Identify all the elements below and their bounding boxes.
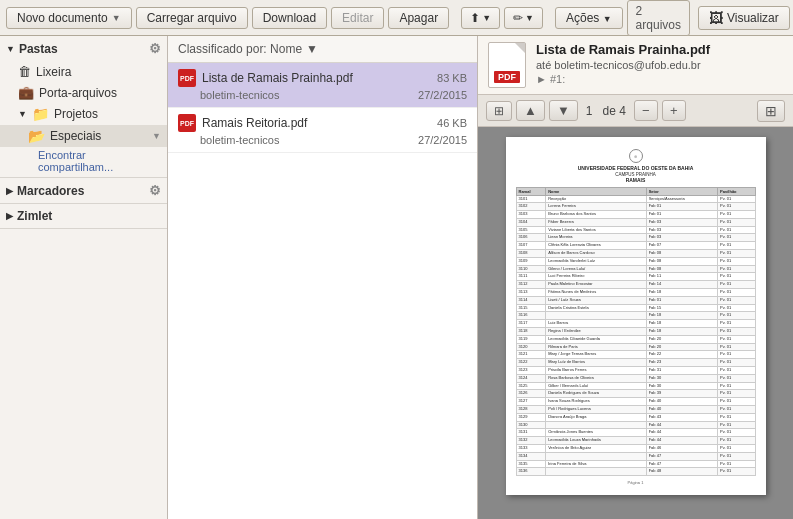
pdf-table-cell: Fab 08 — [646, 257, 717, 265]
pastas-header[interactable]: ▼ Pastas ⚙ — [0, 36, 167, 61]
pdf-table-row: 3101RecepçãoServiços/AssessoriaPv. 01 — [516, 195, 755, 203]
pdf-table-cell: Luiz Barros — [546, 320, 647, 328]
pdf-table-cell: 3124 — [516, 374, 546, 382]
pdf-table-cell: Fab 30 — [646, 374, 717, 382]
sign-button[interactable]: ✏ ▼ — [504, 7, 543, 29]
pdf-table-cell — [546, 468, 647, 476]
pdf-table-row: 3107Clênia Kêla Lorenzia OlivaresFab 07P… — [516, 242, 755, 250]
pdf-table-cell: 3117 — [516, 320, 546, 328]
pdf-table-cell: Pv. 01 — [718, 257, 755, 265]
pdf-table-row: 3127Ivana Souza RodriguesFab 40Pv. 01 — [516, 398, 755, 406]
pdf-table-row: 3132Leomacilda Louza MarinhadaFab 44Pv. … — [516, 437, 755, 445]
encontrar-compartilhamentos[interactable]: Encontrar compartilham... — [0, 147, 167, 177]
pdf-table-row: 3102Lorena FerreiraFab 01Pv. 01 — [516, 203, 755, 211]
pdf-table-cell: Verônica de Brito Aguiar — [546, 445, 647, 453]
file-item-0[interactable]: PDF Lista de Ramais Prainha.pdf 83 KB bo… — [168, 63, 477, 108]
sidebar: ▼ Pastas ⚙ 🗑 Lixeira 💼 Porta-arquivos ▼ … — [0, 36, 168, 519]
visualizar-button[interactable]: 🖼 Visualizar — [698, 6, 790, 30]
file-panel-header: Classificado por: Nome ▼ — [168, 36, 477, 63]
pdf-table-row: 3110Gileno / Lorena LuluíFab 08Pv. 01 — [516, 265, 755, 273]
pdf-table-cell: 3134 — [516, 452, 546, 460]
pdf-table-cell: Fab 18 — [646, 328, 717, 336]
pdf-table-cell: 3132 — [516, 437, 546, 445]
pdf-table-row: 3105Viviane Liberta dos SantosFab 03Pv. … — [516, 226, 755, 234]
pdf-table-cell: Pv. 01 — [718, 343, 755, 351]
pdf-table-cell: Pv. 01 — [718, 406, 755, 414]
col-setor: Setor — [646, 187, 717, 195]
pdf-table-row: 3120Rilmara de ParisFab 20Pv. 01 — [516, 343, 755, 351]
pdf-table-cell: Pv. 01 — [718, 390, 755, 398]
file-count-badge: 2 arquivos — [627, 0, 690, 36]
pdf-table-cell: Pv. 01 — [718, 281, 755, 289]
pastas-gear-icon[interactable]: ⚙ — [149, 41, 161, 56]
expand-button[interactable]: ⊞ — [757, 100, 785, 122]
page-current: 1 — [586, 104, 593, 118]
pdf-table-row: 3116Fab 18Pv. 01 — [516, 312, 755, 320]
pdf-table-row: 3111Luci Ferreira RibeiroFab 11Pv. 01 — [516, 273, 755, 281]
pdf-table-cell: Gileno / Lorena Luluí — [546, 265, 647, 273]
pdf-footer: Página 1 — [516, 480, 756, 485]
upload-button[interactable]: Carregar arquivo — [136, 7, 248, 29]
sign-arrow: ▼ — [525, 13, 534, 23]
pdf-table-cell: 3122 — [516, 359, 546, 367]
pdf-table-cell: Fab 14 — [646, 281, 717, 289]
send-arrow: ▼ — [482, 13, 491, 23]
visualizar-label: Visualizar — [727, 11, 779, 25]
preview-hash: ► #1: — [536, 73, 783, 85]
pdf-table-cell: Pv. 01 — [718, 296, 755, 304]
marcadores-header[interactable]: ▶ Marcadores ⚙ — [0, 178, 167, 203]
preview-content[interactable]: ⊕ UNIVERSIDADE FEDERAL DO OESTE DA BAHIA… — [478, 127, 793, 519]
pdf-table-cell: 3131 — [516, 429, 546, 437]
col-pavilhao: Pavilhão — [718, 187, 755, 195]
pdf-table-cell: 3118 — [516, 328, 546, 336]
zimlet-header[interactable]: ▶ Zimlet — [0, 204, 167, 228]
marcadores-gear-icon[interactable]: ⚙ — [149, 183, 161, 198]
zoom-plus-button[interactable]: + — [662, 100, 686, 121]
download-button[interactable]: Download — [252, 7, 327, 29]
pdf-icon-1: PDF — [178, 114, 196, 132]
sidebar-item-projetos[interactable]: ▼ 📁 Projetos — [0, 103, 167, 125]
new-doc-arrow: ▼ — [112, 13, 121, 23]
pdf-table-cell: Fab 47 — [646, 452, 717, 460]
fit-page-button[interactable]: ⊞ — [486, 101, 512, 121]
file-item-1[interactable]: PDF Ramais Reitoria.pdf 46 KB boletim-te… — [168, 108, 477, 153]
pdf-ramais-title: RAMAIS — [516, 177, 756, 183]
pdf-table-cell: 3106 — [516, 234, 546, 242]
sort-arrow-icon[interactable]: ▼ — [306, 42, 318, 56]
file-folder-0: boletim-tecnicos — [200, 89, 412, 101]
pdf-table-row: 3118Regina / ErdenilzeFab 18Pv. 01 — [516, 328, 755, 336]
sidebar-item-porta-arquivos[interactable]: 💼 Porta-arquivos — [0, 82, 167, 103]
pdf-table-cell: Fab 18 — [646, 289, 717, 297]
marcadores-arrow-icon: ▶ — [6, 186, 13, 196]
actions-button[interactable]: Ações ▼ — [555, 7, 623, 29]
pdf-table-row: 3106Liean MoreiraFab 03Pv. 01 — [516, 234, 755, 242]
pdf-table-cell: Fab 03 — [646, 226, 717, 234]
zoom-minus-button[interactable]: − — [634, 100, 658, 121]
send-button[interactable]: ⬆ ▼ — [461, 7, 500, 29]
pdf-table-cell: Fab 23 — [646, 359, 717, 367]
pdf-table-cell: Pv. 01 — [718, 265, 755, 273]
file-name-0: Lista de Ramais Prainha.pdf — [202, 71, 431, 85]
delete-button[interactable]: Apagar — [388, 7, 449, 29]
pdf-table-row: 3122Mary Luíz de BarriosFab 23Pv. 01 — [516, 359, 755, 367]
pdf-table-cell: 3114 — [516, 296, 546, 304]
sidebar-item-lixeira[interactable]: 🗑 Lixeira — [0, 61, 167, 82]
preview-pdf-icon: PDF — [488, 42, 526, 88]
sidebar-item-especiais[interactable]: 📂 Especiais ▼ — [0, 125, 167, 147]
pdf-table-cell: 3133 — [516, 445, 546, 453]
pdf-table-row: 3135Irina Ferreira de SilvaFab 47Pv. 01 — [516, 460, 755, 468]
pdf-table-row: 3119Leomacilda Cibaeide GuardaFab 20Pv. … — [516, 335, 755, 343]
new-doc-button[interactable]: Novo documento ▼ — [6, 7, 132, 29]
pdf-table-cell: Irina Ferreira de Silva — [546, 460, 647, 468]
pdf-table-cell: Pv. 01 — [718, 445, 755, 453]
pdf-table-cell — [546, 452, 647, 460]
nav-down-button[interactable]: ▼ — [549, 100, 578, 121]
pdf-table-row: 3123Priscila Barros FerresFab 31Pv. 01 — [516, 367, 755, 375]
main-area: ▼ Pastas ⚙ 🗑 Lixeira 💼 Porta-arquivos ▼ … — [0, 36, 793, 519]
preview-header: PDF Lista de Ramais Prainha.pdf até bole… — [478, 36, 793, 95]
edit-button[interactable]: Editar — [331, 7, 384, 29]
nav-up-button[interactable]: ▲ — [516, 100, 545, 121]
pdf-table-cell: Fab 01 — [646, 203, 717, 211]
pdf-table-row: 3115Daniela Cristina EstelaFab 15Pv. 01 — [516, 304, 755, 312]
marcadores-section: ▶ Marcadores ⚙ — [0, 178, 167, 204]
